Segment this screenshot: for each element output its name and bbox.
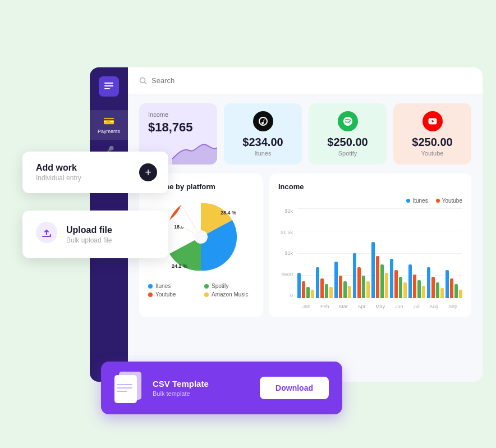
youtube-legend-dot (148, 292, 153, 297)
bar-group-apr (353, 253, 370, 298)
itunes-label: Itunes (233, 150, 293, 157)
sidebar-item-payments-label: Payments (98, 129, 120, 134)
payments-icon: 💳 (103, 116, 114, 126)
bar-group-may (371, 242, 388, 298)
sidebar-logo (99, 76, 119, 97)
legend-youtube: Youtube (148, 291, 198, 298)
svg-line-4 (145, 82, 146, 84)
bar-jan-youtube (302, 281, 305, 298)
pie-legend: Itunes Spotify Youtube Amazon Music (148, 283, 254, 298)
add-work-subtitle: Individual entry (36, 174, 81, 182)
main-content: Income $18,765 $234.00 Itunes (128, 67, 483, 382)
pie-label-green: 24.2 % (172, 263, 187, 269)
csv-template-card: CSV Template Bulk template Download (101, 362, 342, 414)
bar-group-jan (297, 273, 314, 298)
csv-subtitle: Bulk template (153, 390, 209, 397)
income-label: Income (148, 111, 208, 118)
bar-group-feb (316, 267, 333, 298)
csv-left: CSV Template Bulk template (114, 372, 209, 404)
bar-legend-youtube: Youtube (436, 198, 462, 204)
download-button[interactable]: Download (260, 377, 329, 399)
bar-jan-amazon (311, 290, 314, 298)
itunes-icon (253, 111, 273, 131)
csv-doc-front (114, 375, 137, 403)
svg-rect-0 (104, 83, 113, 84)
svg-rect-1 (104, 85, 113, 86)
upload-text: Upload file Bulk upload file (66, 225, 112, 244)
search-input[interactable] (151, 76, 219, 85)
bar-legend-youtube-dot (436, 199, 440, 203)
stats-row: Income $18,765 $234.00 Itunes (128, 94, 483, 169)
bar-legend-itunes: Itunes (406, 198, 428, 204)
bar-group-jun (390, 259, 407, 298)
csv-title: CSV Template (153, 379, 209, 388)
legend-spotify: Spotify (204, 283, 254, 289)
amazon-legend-dot (204, 292, 209, 297)
csv-doc-lines (117, 384, 132, 392)
upload-file-card: Upload file Bulk upload file (22, 211, 168, 258)
bar-group-mar (334, 262, 351, 298)
bar-chart-title: Income (278, 182, 462, 191)
topbar (128, 67, 483, 94)
csv-icon-stack (114, 372, 144, 404)
bar-group-jul (408, 264, 425, 298)
charts-row: Income by platform 28.4 % 24.2 % 18.5 % (128, 169, 483, 326)
bar-group-aug (427, 267, 444, 298)
legend-itunes: Itunes (148, 283, 198, 289)
bar-legend-youtube-label: Youtube (442, 198, 462, 204)
youtube-label: Youtube (402, 150, 462, 157)
sidebar-item-payments[interactable]: 💳 Payments (90, 110, 128, 140)
svg-point-5 (194, 230, 208, 244)
bar-legend: Itunes Youtube (278, 198, 462, 204)
add-work-text: Add work Individual entry (36, 163, 81, 182)
y-axis-labels: $2k $1.5k $1k $500 0 (278, 208, 295, 298)
search-icon (139, 77, 147, 85)
csv-text: CSV Template Bulk template (153, 379, 209, 397)
income-value: $18,765 (148, 120, 208, 135)
spotify-legend-dot (204, 284, 209, 289)
svg-rect-2 (104, 88, 110, 89)
spotify-value: $250.00 (318, 136, 378, 149)
itunes-legend-dot (148, 284, 153, 289)
bars-area (297, 208, 462, 298)
bar-legend-itunes-dot (406, 199, 410, 203)
bar-chart-card: Income Itunes Youtube $2k $1.5k $1k $500 (269, 173, 471, 317)
x-axis-labels: Jan Feb Mar Apr May Jun Jul Aug Sep (297, 304, 462, 309)
upload-icon (36, 222, 57, 247)
bar-jan-itunes (297, 273, 301, 298)
income-wave-chart (172, 136, 217, 164)
upload-file-subtitle: Bulk upload file (66, 236, 112, 244)
pie-label-yellow: 28.4 % (221, 210, 236, 216)
pie-chart-svg: 28.4 % 24.2 % 18.5 % (162, 198, 240, 276)
upload-file-title: Upload file (66, 225, 112, 235)
youtube-icon (422, 111, 443, 131)
itunes-stat-card: $234.00 Itunes (224, 103, 302, 164)
bar-chart-area: $2k $1.5k $1k $500 0 (278, 208, 462, 309)
youtube-stat-card: $250.00 Youtube (393, 103, 471, 164)
youtube-value: $250.00 (402, 136, 462, 149)
add-work-button[interactable]: + (139, 163, 157, 181)
bar-legend-itunes-label: Itunes (412, 198, 428, 204)
search-box[interactable] (139, 76, 219, 85)
bar-group-sep (446, 270, 462, 298)
add-work-card: Add work Individual entry + (22, 152, 168, 193)
spotify-stat-card: $250.00 Spotify (309, 103, 387, 164)
legend-amazon: Amazon Music (204, 291, 254, 298)
spotify-label: Spotify (318, 150, 378, 157)
spotify-icon (338, 111, 358, 131)
itunes-value: $234.00 (233, 136, 293, 149)
bar-jan-spotify (306, 287, 310, 298)
add-work-title: Add work (36, 163, 81, 173)
